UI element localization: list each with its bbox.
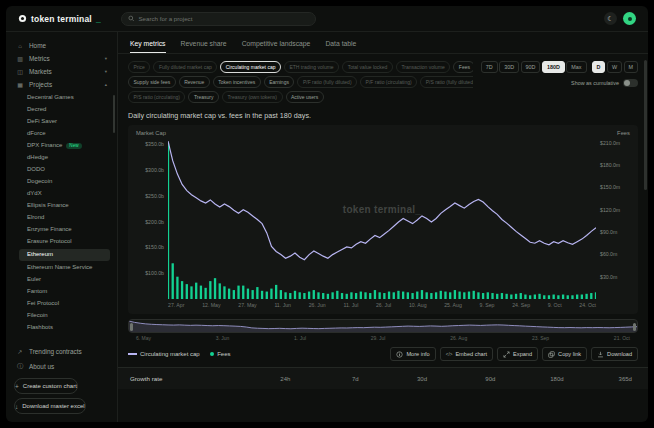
granularity-d[interactable]: D (592, 61, 606, 73)
action-copy-link-button[interactable]: Copy link (542, 347, 587, 361)
metric-pill-fully-diluted-market-cap[interactable]: Fully diluted market cap (153, 61, 217, 73)
sidebar-project-erasure-protocol[interactable]: Erasure Protocol (6, 236, 117, 248)
sidebar-project-ellipsis-finance[interactable]: Ellipsis Finance (6, 200, 117, 212)
sidebar-item-trending-contracts[interactable]: ↗Trending contracts (6, 344, 117, 358)
sidebar-project-ethereum[interactable]: Ethereum (19, 249, 110, 261)
sidebar-project-dpx-finance[interactable]: DPX FinanceNew (6, 140, 117, 152)
sidebar-item-metrics[interactable]: ▥Metrics▾ (6, 52, 117, 65)
range-max[interactable]: Max (566, 61, 586, 73)
window-scrollbar[interactable] (644, 60, 647, 190)
sidebar-project-defi-saver[interactable]: DeFi Saver (6, 116, 117, 128)
left-axis-ticks: $350.0b$300.0b$250.0b$200.0b$150.0b$100.… (136, 139, 168, 299)
create-custom-chart-button[interactable]: +Create custom chart (14, 378, 78, 394)
pill-row-1: PriceFully diluted market capCirculating… (128, 61, 473, 73)
axis-tick-label: $250.0b (145, 193, 164, 199)
axis-tick-label: $150.0b (145, 244, 164, 250)
metric-pill-p-s-ratio-fully-diluted[interactable]: P/S ratio (fully diluted) (420, 76, 473, 88)
cumulative-toggle[interactable] (623, 79, 638, 87)
metric-pill-circulating-market-cap[interactable]: Circulating market cap (220, 61, 281, 73)
range-180d[interactable]: 180D (542, 61, 565, 73)
granularity-m[interactable]: M (624, 61, 639, 73)
metric-pill-fees[interactable]: Fees (453, 61, 472, 73)
app-logo[interactable]: token terminal_ (18, 14, 101, 24)
sidebar-project-fantom[interactable]: Fantom (6, 286, 117, 298)
new-badge: New (66, 143, 81, 150)
cumulative-label: Show as cumulative (571, 80, 619, 86)
tab-revenue-share[interactable]: Revenue share (181, 32, 227, 53)
download-master-excel-button[interactable]: ↓Download master excel (14, 398, 86, 414)
sidebar-item-label: Markets (29, 68, 52, 75)
legend-row: Circulating market capFees More info</>E… (128, 347, 638, 361)
range-30d[interactable]: 30D (499, 61, 519, 73)
axis-tick-label: $150.0m (600, 184, 620, 190)
sidebar-project-ethereum-name-service[interactable]: Ethereum Name Service (6, 262, 117, 274)
chart-title: Daily circulating market cap vs. fees in… (128, 111, 638, 120)
growth-rate-title: Growth rate (130, 375, 222, 382)
metric-pill-transaction-volume[interactable]: Transaction volume (396, 61, 450, 73)
sidebar-project-dhedge[interactable]: dHedge (6, 152, 117, 164)
sidebar-project-euler[interactable]: Euler (6, 274, 117, 286)
brush-handle-right[interactable] (633, 323, 636, 331)
metric-pill-revenue[interactable]: Revenue (179, 76, 210, 88)
metric-pill-total-value-locked[interactable]: Total value locked (342, 61, 393, 73)
sidebar-item-about-us[interactable]: ⓘAbout us (6, 358, 117, 374)
metric-pill-treasury[interactable]: Treasury (188, 91, 219, 103)
action-expand-button[interactable]: Expand (497, 347, 538, 361)
sidebar-item-home[interactable]: ⌂Home (6, 39, 117, 52)
sidebar-project-dogecoin[interactable]: Dogecoin (6, 176, 117, 188)
sidebar-project-flashbots[interactable]: Flashbots (6, 322, 117, 334)
brush-handle-left[interactable] (130, 323, 133, 331)
chart-plot[interactable]: token terminal_ (168, 139, 596, 299)
range-90d[interactable]: 90D (521, 61, 541, 73)
metric-pill-treasury-own-tokens[interactable]: Treasury (own tokens) (222, 91, 283, 103)
project-label: Fei Protocol (27, 300, 59, 307)
sidebar-project-dforce[interactable]: dForce (6, 128, 117, 140)
time-brush[interactable] (128, 319, 638, 333)
metric-pill-p-f-ratio-circulating[interactable]: P/F ratio (circulating) (360, 76, 417, 88)
metric-pill-p-f-ratio-fully-diluted[interactable]: P/F ratio (fully diluted) (297, 76, 357, 88)
sidebar-project-elrond[interactable]: Elrond (6, 212, 117, 224)
sidebar-item-markets[interactable]: ◫Markets▾ (6, 65, 117, 78)
avatar[interactable] (623, 12, 636, 25)
sidebar-project-dodo[interactable]: DODO (6, 164, 117, 176)
granularity-w[interactable]: W (607, 61, 622, 73)
search-input[interactable] (138, 15, 308, 22)
tab-data-table[interactable]: Data table (325, 32, 356, 53)
search-bar[interactable] (121, 12, 316, 26)
sidebar-project-filecoin[interactable]: Filecoin (6, 310, 117, 322)
project-label: dHedge (27, 154, 48, 161)
sidebar-project-decentral-games[interactable]: Decentral Games (6, 92, 117, 104)
project-label: Enzyme Finance (27, 226, 72, 233)
metric-pill-price[interactable]: Price (128, 61, 150, 73)
metric-pill-active-users[interactable]: Active users (286, 91, 324, 103)
sidebar-item-label: Projects (29, 81, 52, 88)
sidebar-scrollbar[interactable] (113, 95, 115, 133)
tab-key-metrics[interactable]: Key metrics (130, 32, 166, 53)
range-7d[interactable]: 7D (481, 61, 498, 73)
action-embed-chart-button[interactable]: </>Embed chart (440, 347, 493, 361)
action-download-button[interactable]: Download (591, 347, 638, 361)
sidebar-item-projects[interactable]: ▦Projects▴ (6, 78, 117, 91)
project-label: Ellipsis Finance (27, 202, 69, 209)
sidebar-project-dydx[interactable]: dYdX (6, 188, 117, 200)
metric-pill-eth-trading-volume[interactable]: ETH trading volume (284, 61, 339, 73)
project-label: Decentral Games (27, 94, 74, 101)
theme-toggle-button[interactable]: ☾ (604, 12, 617, 25)
sidebar-project-decred[interactable]: Decred (6, 104, 117, 116)
sidebar-project-fei-protocol[interactable]: Fei Protocol (6, 298, 117, 310)
metric-pill-p-s-ratio-circulating[interactable]: P/S ratio (circulating) (128, 91, 185, 103)
chevron-down-icon: ▾ (105, 69, 107, 74)
x-tick-label: 24. Sep (512, 302, 530, 308)
x-tick-label: 26. Jun (309, 302, 326, 308)
metric-pill-supply-side-fees[interactable]: Supply side fees (128, 76, 176, 88)
metric-pill-earnings[interactable]: Earnings (264, 76, 295, 88)
metric-pill-token-incentives[interactable]: Token incentives (213, 76, 261, 88)
action-more-info-button[interactable]: More info (390, 347, 435, 361)
growth-col-24h: 24h (222, 376, 290, 382)
growth-rate-header: Growth rate 24h7d30d90d180d365d (118, 367, 648, 389)
chart-controls: 7D30D90D180DMax DWM Show as cumulative (481, 61, 638, 87)
project-label: Flashbots (27, 324, 53, 331)
tab-competitive-landscape[interactable]: Competitive landscape (242, 32, 311, 53)
sidebar-project-enzyme-finance[interactable]: Enzyme Finance (6, 224, 117, 236)
brush-labels: 6. May3. Jun1. Jul29. Jul26. Aug23. Sep2… (128, 333, 638, 341)
